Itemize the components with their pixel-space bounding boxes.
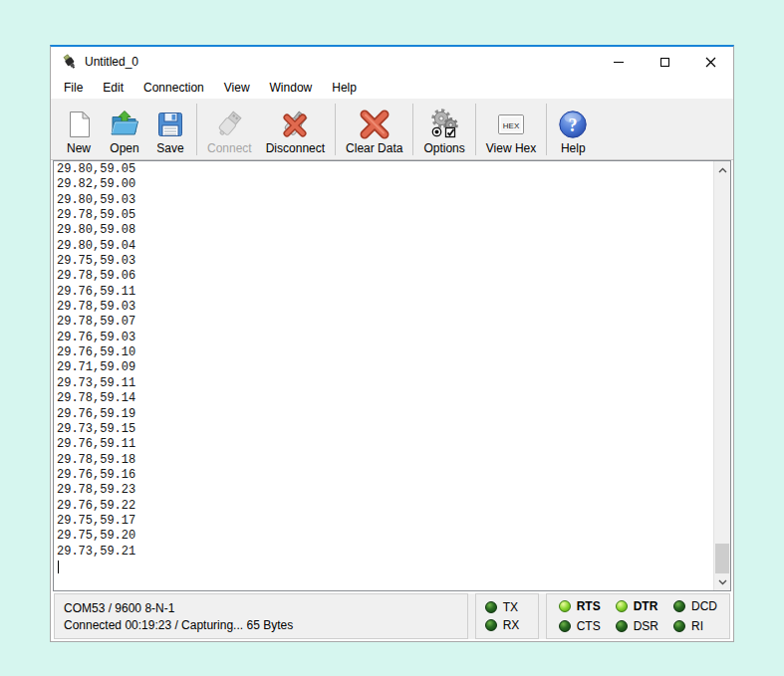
close-button[interactable]	[687, 47, 733, 77]
toolbar-separator	[475, 104, 476, 155]
minimize-button[interactable]	[596, 47, 642, 77]
toolbar-button-label: Connect	[207, 141, 252, 155]
scroll-down-button[interactable]	[714, 573, 730, 590]
rx-label: RX	[503, 618, 520, 632]
toolbar-button-label: New	[67, 141, 91, 155]
dsr-indicator: DSR	[616, 619, 658, 633]
toolbar-button-label: Help	[561, 141, 586, 155]
terminal-lines: 29.80,59.05 29.82,59.00 29.80,59.03 29.7…	[57, 162, 713, 560]
port-settings-text: COM53 / 9600 8-N-1	[64, 601, 458, 615]
toolbar-separator	[335, 104, 336, 155]
window-controls	[596, 47, 733, 77]
open-button[interactable]: Open	[102, 101, 147, 158]
save-floppy-icon	[154, 109, 186, 140]
dtr-indicator[interactable]: DTR	[616, 599, 658, 613]
rts-label: RTS	[577, 599, 601, 613]
help-button[interactable]: ? Help	[550, 101, 596, 158]
dtr-led-icon	[616, 600, 628, 612]
hex-icon: HEX	[495, 109, 527, 140]
toolbar-separator	[196, 104, 197, 155]
connection-info-panel: COM53 / 9600 8-N-1 Connected 00:19:23 / …	[54, 593, 468, 639]
app-window: Untitled_0 File Edit Connection View Win…	[50, 45, 734, 642]
toolbar-button-label: Disconnect	[266, 141, 325, 155]
help-icon-text: ?	[569, 115, 578, 135]
rts-led-icon	[559, 600, 571, 612]
chevron-down-icon	[718, 579, 727, 585]
save-button[interactable]: Save	[147, 101, 193, 158]
clear-data-button[interactable]: Clear Data	[339, 101, 409, 158]
tx-led-icon	[485, 601, 497, 613]
maximize-icon	[660, 58, 669, 67]
menu-file[interactable]: File	[54, 78, 93, 98]
dcd-indicator: DCD	[673, 599, 717, 613]
titlebar: Untitled_0	[51, 47, 733, 77]
open-folder-icon	[109, 109, 140, 140]
scroll-up-button[interactable]	[714, 161, 730, 178]
new-button[interactable]: New	[56, 101, 102, 158]
ri-indicator: RI	[673, 619, 717, 633]
hex-icon-text: HEX	[503, 121, 520, 130]
menu-edit[interactable]: Edit	[93, 78, 133, 98]
usb-disconnect-icon	[279, 109, 311, 140]
rx-indicator: RX	[485, 618, 529, 632]
dtr-label: DTR	[634, 599, 658, 613]
terminal-area[interactable]: 29.80,59.05 29.82,59.00 29.80,59.03 29.7…	[53, 160, 731, 591]
help-icon: ?	[557, 109, 589, 140]
connect-button[interactable]: Connect	[200, 101, 259, 158]
new-document-icon	[63, 109, 95, 140]
toolbar-button-label: Options	[423, 141, 464, 155]
clear-data-x-icon	[359, 109, 391, 140]
connection-status-text: Connected 00:19:23 / Capturing... 65 Byt…	[64, 618, 458, 632]
cts-led-icon	[559, 620, 571, 632]
minimize-icon	[614, 62, 624, 63]
desktop: { "colors": { "page-bg": "#d6f6ef", "win…	[0, 0, 784, 676]
rx-led-icon	[485, 619, 497, 631]
scrollbar-thumb[interactable]	[715, 544, 729, 573]
dcd-led-icon	[673, 600, 685, 612]
dsr-label: DSR	[634, 619, 658, 633]
chevron-up-icon	[718, 167, 727, 173]
cts-indicator: CTS	[559, 619, 601, 633]
menu-window[interactable]: Window	[260, 78, 323, 98]
ri-led-icon	[673, 620, 685, 632]
caret-line	[57, 560, 713, 574]
cts-label: CTS	[577, 619, 601, 633]
window-title: Untitled_0	[85, 55, 138, 69]
toolbar-button-label: Open	[110, 141, 138, 155]
options-button[interactable]: Options	[416, 101, 471, 158]
toolbar-button-label: View Hex	[486, 141, 536, 155]
ri-label: RI	[691, 619, 703, 633]
options-gears-icon	[428, 109, 460, 140]
statusbar: COM53 / 9600 8-N-1 Connected 00:19:23 / …	[54, 593, 730, 639]
toolbar: New Open Save	[51, 99, 733, 160]
tx-indicator: TX	[485, 600, 529, 614]
text-caret	[58, 561, 59, 573]
view-hex-button[interactable]: HEX View Hex	[479, 101, 543, 158]
terminal-text[interactable]: 29.80,59.05 29.82,59.00 29.80,59.03 29.7…	[54, 161, 713, 590]
menubar: File Edit Connection View Window Help	[51, 77, 733, 99]
app-icon	[62, 54, 78, 70]
menu-connection[interactable]: Connection	[133, 78, 214, 98]
dsr-led-icon	[616, 620, 628, 632]
toolbar-separator	[546, 104, 547, 155]
toolbar-button-label: Save	[156, 141, 183, 155]
tx-label: TX	[503, 600, 518, 614]
vertical-scrollbar[interactable]	[713, 161, 730, 590]
maximize-button[interactable]	[642, 47, 687, 77]
menu-help[interactable]: Help	[322, 78, 367, 98]
toolbar-separator	[412, 104, 413, 155]
usb-connect-icon	[213, 109, 245, 140]
toolbar-button-label: Clear Data	[346, 141, 402, 155]
line-signals-panel: RTS CTS DTR DSR DCD RI	[546, 593, 730, 639]
rts-indicator[interactable]: RTS	[559, 599, 601, 613]
menu-view[interactable]: View	[214, 78, 260, 98]
disconnect-button[interactable]: Disconnect	[259, 101, 332, 158]
dcd-label: DCD	[691, 599, 717, 613]
close-icon	[705, 57, 716, 68]
tx-rx-panel: TX RX	[475, 593, 539, 639]
